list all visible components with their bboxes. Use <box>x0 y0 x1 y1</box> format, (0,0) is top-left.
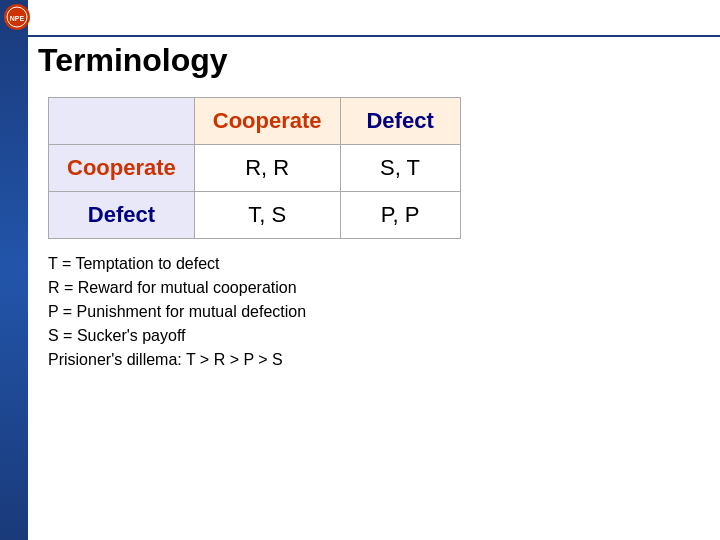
table-cell-empty <box>49 98 195 145</box>
cell-pp: P, P <box>340 192 460 239</box>
row-header-cooperate: Cooperate <box>49 145 195 192</box>
legend-item-s: S = Sucker's payoff <box>48 327 710 345</box>
col-header-defect: Defect <box>340 98 460 145</box>
cell-st: S, T <box>340 145 460 192</box>
page-title: Terminology <box>38 42 710 79</box>
left-bar <box>0 0 28 540</box>
legend-item-r: R = Reward for mutual cooperation <box>48 279 710 297</box>
legend-item-prisoners-dilemma: Prisioner's dillema: T > R > P > S <box>48 351 710 369</box>
svg-text:NPE: NPE <box>10 15 25 22</box>
legend-section: T = Temptation to defect R = Reward for … <box>48 255 710 369</box>
table-row-defect: Defect T, S P, P <box>49 192 461 239</box>
logo-area: NPE <box>4 4 30 30</box>
top-divider <box>28 35 720 37</box>
table-row-cooperate: Cooperate R, R S, T <box>49 145 461 192</box>
row-header-defect: Defect <box>49 192 195 239</box>
game-matrix-table: Cooperate Defect Cooperate R, R S, T Def… <box>48 97 461 239</box>
table-header-row: Cooperate Defect <box>49 98 461 145</box>
col-header-cooperate: Cooperate <box>194 98 340 145</box>
legend-item-p: P = Punishment for mutual defection <box>48 303 710 321</box>
cell-ts: T, S <box>194 192 340 239</box>
legend-item-t: T = Temptation to defect <box>48 255 710 273</box>
main-content: Terminology Cooperate Defect Cooperate R… <box>38 42 710 530</box>
logo-icon: NPE <box>4 4 30 30</box>
cell-rr: R, R <box>194 145 340 192</box>
